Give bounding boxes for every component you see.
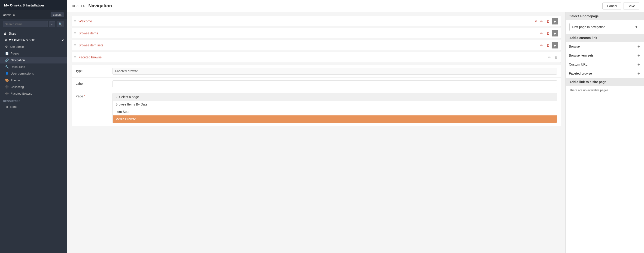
- nav-row-browse-item-sets: ≡ Browse item sets ✏ 🗑 ▶: [72, 40, 561, 51]
- sidebar-item-items[interactable]: 🖥 Items: [0, 103, 67, 110]
- monitor-icon: 🖥: [3, 31, 7, 35]
- sidebar-item-site-admin[interactable]: ⚙ Site admin: [0, 43, 67, 50]
- dropdown-option-select-page[interactable]: ✓ Select a page: [113, 93, 557, 101]
- topbar-actions: Cancel Save: [602, 2, 640, 9]
- nav-item-browse-item-sets-label[interactable]: Browse item sets: [78, 43, 539, 47]
- dropdown-option-item-sets[interactable]: Item Sets: [113, 108, 557, 115]
- add-browse-item-sets-button[interactable]: ＋: [636, 53, 641, 57]
- custom-link-list: Browse ＋ Browse item sets ＋ Custom URL ＋…: [566, 42, 644, 78]
- label-input[interactable]: [112, 80, 557, 87]
- search-button[interactable]: 🔍: [56, 21, 64, 27]
- content-area: ≡ Welcome ↗ ✏ 🗑 ▶ ≡ Browse items ✏ 🗑 ▶: [67, 12, 644, 253]
- edit-icon[interactable]: ✏: [539, 42, 544, 48]
- drag-handle[interactable]: ≡: [74, 43, 76, 47]
- dropdown-option-browse-items-by-date[interactable]: Browse Items By Date: [113, 101, 557, 108]
- logout-button[interactable]: Logout: [50, 12, 64, 17]
- collecting-icon: ➕: [5, 85, 9, 89]
- sidebar-item-faceted-browse[interactable]: ➕ Faceted Browse: [0, 90, 67, 97]
- items-monitor-icon: 🖥: [5, 105, 8, 108]
- drag-handle[interactable]: ≡: [74, 55, 76, 59]
- delete-icon[interactable]: 🗑: [545, 18, 550, 24]
- resources-icon: 🔧: [5, 65, 9, 69]
- sidebar-item-resources[interactable]: 🔧 Resources: [0, 63, 67, 70]
- nav-item-faceted-browse-label[interactable]: Faceted browse: [78, 55, 547, 59]
- option-label: Browse Items By Date: [116, 102, 148, 106]
- topbar: 🖥 SITES Navigation Cancel Save: [67, 0, 644, 12]
- option-label: Media Browse: [116, 117, 136, 121]
- nav-item-browse-items-label[interactable]: Browse items: [78, 31, 539, 35]
- cancel-button[interactable]: Cancel: [602, 2, 621, 9]
- nav-item-welcome-actions: ↗ ✏ 🗑 ▶: [533, 18, 558, 24]
- edit-icon[interactable]: ✏: [539, 30, 544, 36]
- search-icon: 🔍: [58, 22, 62, 26]
- nav-item-welcome-label[interactable]: Welcome: [78, 19, 533, 23]
- custom-url-label: Custom URL: [569, 62, 588, 66]
- nav-icon: 🔗: [5, 58, 9, 62]
- label-form-row: Label: [72, 78, 560, 90]
- search-options-button[interactable]: ···: [49, 21, 55, 27]
- type-field: Faceted browse: [112, 68, 557, 75]
- drag-handle[interactable]: ≡: [74, 31, 76, 35]
- expand-button[interactable]: ▶: [552, 30, 558, 36]
- dropdown-option-media-browse[interactable]: Media Browse: [113, 115, 557, 123]
- nav-row-faceted-browse: ≡ Faceted browse ✏ 🗑: [72, 52, 561, 63]
- sidebar-item-theme[interactable]: 🎨 Theme: [0, 77, 67, 84]
- page-label: Page *: [76, 93, 112, 98]
- sidebar-item-label: Items: [10, 105, 17, 108]
- sidebar-item-collecting[interactable]: ➕ Collecting: [0, 84, 67, 90]
- type-form-row: Type Faceted browse: [72, 65, 560, 78]
- monitor-icon-small: 🖥: [4, 38, 7, 42]
- add-browse-button[interactable]: ＋: [636, 44, 641, 48]
- edit-icon[interactable]: ✏: [547, 54, 552, 60]
- search-input[interactable]: [3, 21, 48, 27]
- sidebar-item-user-permissions[interactable]: 👤 User permissions: [0, 70, 67, 77]
- external-link-icon[interactable]: ↗: [533, 18, 538, 24]
- checkmark-icon: ✓: [116, 95, 118, 99]
- nav-row-browse-items: ≡ Browse items ✏ 🗑 ▶: [72, 28, 561, 39]
- sites-label-text: SITES: [76, 4, 85, 8]
- add-link-custom-url: Custom URL ＋: [566, 60, 644, 69]
- page-icon: 📄: [5, 52, 9, 55]
- dropdown-list: ✓ Select a page Browse Items By Date Ite…: [112, 93, 557, 123]
- page-dropdown[interactable]: ✓ Select a page Browse Items By Date Ite…: [112, 93, 557, 123]
- gear-icon-sm: ⚙: [5, 45, 8, 48]
- browse-item-sets-label: Browse item sets: [569, 53, 594, 57]
- sidebar-title: My Omeka S Installation: [0, 0, 67, 10]
- drag-handle[interactable]: ≡: [74, 19, 76, 23]
- required-star: *: [84, 94, 85, 98]
- faceted-browse-icon: ➕: [5, 92, 9, 95]
- expand-button[interactable]: ▶: [552, 42, 558, 48]
- sidebar-item-label: Theme: [11, 78, 20, 82]
- sidebar-item-navigation[interactable]: 🔗 Navigation: [0, 57, 67, 63]
- add-custom-url-button[interactable]: ＋: [636, 62, 641, 66]
- nav-row-welcome: ≡ Welcome ↗ ✏ 🗑 ▶: [72, 16, 561, 27]
- nav-item-browse-item-sets-actions: ✏ 🗑 ▶: [539, 42, 558, 48]
- homepage-select[interactable]: First page in navigation: [570, 23, 640, 31]
- sidebar-my-site[interactable]: 🖥 MY OMEKA S SITE ↗: [0, 37, 67, 43]
- topbar-monitor-icon: 🖥: [72, 4, 75, 8]
- sidebar-item-label: Pages: [11, 52, 19, 55]
- delete-icon[interactable]: 🗑: [553, 54, 558, 60]
- edit-icon[interactable]: ✏: [539, 18, 544, 24]
- external-link-icon: ↗: [62, 39, 64, 42]
- delete-icon[interactable]: 🗑: [545, 30, 550, 36]
- nav-item-browse-items-actions: ✏ 🗑 ▶: [539, 30, 558, 36]
- add-link-browse: Browse ＋: [566, 42, 644, 51]
- sidebar-item-label: Resources: [11, 65, 25, 69]
- my-site-label: MY OMEKA S SITE: [9, 38, 35, 42]
- nav-editor: ≡ Welcome ↗ ✏ 🗑 ▶ ≡ Browse items ✏ 🗑 ▶: [67, 12, 566, 253]
- sidebar-sites-section[interactable]: 🖥 Sites: [0, 29, 67, 37]
- page-title: Navigation: [88, 3, 112, 8]
- sidebar-item-label: Collecting: [11, 85, 24, 89]
- gear-icon[interactable]: ⚙: [13, 13, 16, 17]
- theme-icon: 🎨: [5, 78, 9, 82]
- sidebar-item-pages[interactable]: 📄 Pages: [0, 50, 67, 57]
- edit-form: Type Faceted browse Label Page *: [72, 65, 561, 126]
- sidebar-sites-label: Sites: [9, 32, 16, 35]
- add-faceted-browse-button[interactable]: ＋: [636, 71, 641, 75]
- expand-button[interactable]: ▶: [552, 18, 558, 24]
- sidebar: My Omeka S Installation admin ⚙ Logout ·…: [0, 0, 67, 253]
- delete-icon[interactable]: 🗑: [545, 42, 550, 48]
- site-page-section-header: Add a link to a site page: [566, 78, 644, 86]
- save-button[interactable]: Save: [623, 2, 640, 9]
